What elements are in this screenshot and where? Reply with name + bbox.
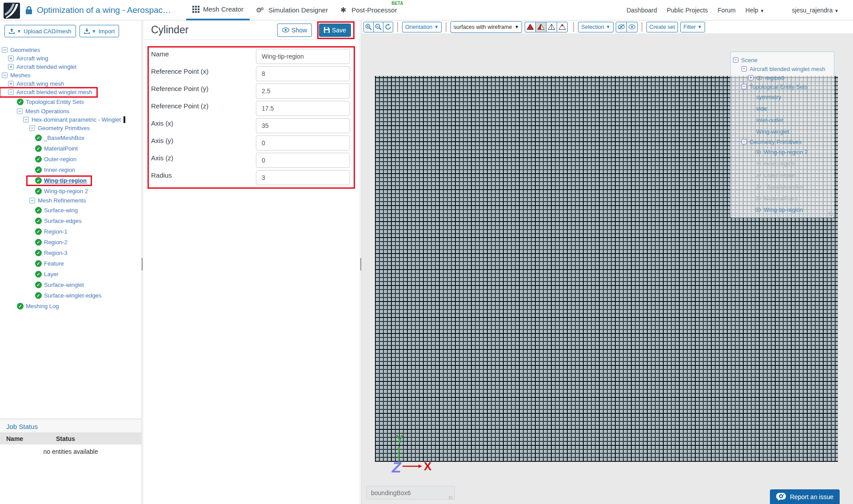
collapse-icon[interactable]: − — [741, 84, 747, 89]
scene-item-wing-tip-region-2[interactable]: Wing-tip-region 2 — [731, 146, 834, 158]
tree-item-aircraft-wing-mesh[interactable]: +Aircraft wing mesh — [0, 79, 141, 88]
tree-item-wing-tip-region[interactable]: ✓Wing-tip-region — [0, 175, 141, 186]
scene-item-inlet-outlet[interactable]: Inlet-outlet — [731, 114, 834, 126]
mesh-quality-toggle-1[interactable] — [525, 22, 536, 32]
mesh-quality-toggle-2[interactable] — [535, 22, 546, 32]
tree-item-outer-region[interactable]: ✓Outer-region — [0, 154, 141, 164]
upload-cad-button[interactable]: ▼ Upload CAD/mesh — [4, 25, 76, 37]
tree-item-inner-region[interactable]: ✓Inner-region — [0, 164, 141, 175]
user-menu[interactable]: sjesu_rajendra ▼ — [792, 7, 839, 14]
viewport-canvas[interactable]: −Scene−Aircraft blended winglet mesh+reg… — [362, 33, 853, 504]
mesh-quality-toggle-4[interactable] — [557, 22, 568, 32]
expand-icon[interactable]: + — [8, 81, 14, 87]
zoom-in-button[interactable] — [363, 22, 374, 32]
tab-mesh-creator[interactable]: Mesh Creator — [186, 0, 250, 20]
collapse-icon[interactable]: − — [23, 117, 29, 123]
scene-item-geometry-primitives[interactable]: −Geometry Primitives — [731, 137, 834, 146]
input-axis-x-[interactable] — [256, 118, 350, 133]
scene-item-wing-tip-region[interactable]: Wing-tip-region — [731, 204, 834, 215]
tree-item-materialpoint[interactable]: ✓MaterialPoint — [0, 143, 141, 154]
hide-selected-button[interactable] — [616, 22, 627, 32]
eye-icon[interactable] — [755, 208, 761, 212]
tree-item-geometry-primitives[interactable]: −Geometry Primitives — [0, 124, 141, 132]
input-reference-point-x-[interactable] — [256, 66, 350, 81]
collapse-icon[interactable]: − — [17, 108, 23, 114]
collapse-icon[interactable]: − — [29, 198, 35, 203]
save-button[interactable]: Save — [319, 24, 351, 37]
tree-item-surface-winglet[interactable]: ✓Surface-winglet — [0, 279, 141, 290]
tree-item-topological-entity-sets[interactable]: ✓Topological Entity Sets — [0, 96, 141, 107]
tree-item-meshes[interactable]: −Meshes — [0, 71, 141, 79]
collapse-icon[interactable]: − — [733, 57, 738, 63]
zoom-out-button[interactable] — [373, 22, 383, 32]
collapse-icon[interactable]: − — [741, 139, 747, 144]
eye-icon[interactable] — [756, 76, 762, 80]
selection-dropdown[interactable]: Selection▼ — [578, 22, 613, 32]
scene-item-materialpoint[interactable]: MaterialPoint — [731, 192, 834, 204]
scene-item-region0[interactable]: +region0 — [731, 73, 834, 82]
scene-item-symmetry[interactable]: symmetry — [731, 91, 834, 103]
expand-icon[interactable]: + — [8, 56, 14, 61]
scene-item-outer-region[interactable]: Outer-region — [731, 169, 834, 181]
tree-item-aircraft-wing[interactable]: +Aircraft wing — [0, 54, 141, 63]
resize-grip-icon[interactable] — [829, 212, 833, 216]
tree-item-meshing-log[interactable]: ✓Meshing Log — [0, 301, 141, 311]
scene-item-side[interactable]: side — [731, 103, 834, 114]
collapse-icon[interactable]: − — [29, 125, 35, 131]
expand-icon[interactable]: + — [748, 75, 753, 80]
nav-dashboard[interactable]: Dashboard — [626, 7, 657, 14]
show-selected-button[interactable] — [626, 22, 638, 32]
scene-item-scene[interactable]: −Scene — [731, 56, 834, 64]
scene-item-inner-region[interactable]: Inner-region — [731, 158, 834, 169]
eye-icon[interactable] — [755, 150, 761, 154]
tree-item-mesh-operations[interactable]: −Mesh Operations — [0, 107, 141, 115]
tab-post-processor[interactable]: ✱Post-ProcessorBETA — [334, 0, 403, 20]
eye-icon[interactable] — [755, 185, 761, 189]
scene-item-wing-winglet[interactable]: Wing-winglet — [731, 126, 834, 137]
scene-item-topological-entity-sets[interactable]: −Topological Entity Sets — [731, 82, 834, 91]
tree-item-aircraft-blended-winglet-mesh[interactable]: −Aircraft blended winglet mesh — [0, 88, 141, 96]
tree-item-feature[interactable]: ✓Feature — [0, 258, 141, 269]
collapse-icon[interactable]: − — [741, 66, 747, 71]
tree-item-aircraft-blended-winglet[interactable]: +Aircraft blended winglet — [0, 63, 141, 71]
nav-public-projects[interactable]: Public Projects — [667, 7, 708, 14]
tree-item-mesh-refinements[interactable]: −Mesh Refinements — [0, 196, 141, 205]
tree-item-layer[interactable]: ✓Layer — [0, 269, 141, 279]
tree-item--basemeshbox[interactable]: ✓_BaseMeshBox — [0, 132, 141, 143]
eye-icon[interactable] — [755, 162, 761, 166]
refresh-view-button[interactable] — [383, 22, 393, 32]
input-name[interactable] — [256, 49, 350, 64]
import-button[interactable]: ▼ Import — [80, 25, 120, 37]
tree-item-region-3[interactable]: ✓Region-3 — [0, 247, 141, 258]
scene-item--basemeshbox[interactable]: _BaseMeshBox — [731, 181, 834, 192]
collapse-icon[interactable]: − — [2, 47, 8, 53]
show-button[interactable]: Show — [277, 24, 312, 37]
input-reference-point-y-[interactable] — [256, 83, 350, 99]
orientation-dropdown[interactable]: Orientation▼ — [402, 22, 442, 32]
expand-icon[interactable]: + — [8, 64, 14, 70]
input-radius[interactable] — [256, 170, 350, 185]
collapse-icon[interactable]: − — [2, 72, 8, 78]
input-axis-z-[interactable] — [256, 153, 350, 168]
mesh-quality-toggle-3[interactable] — [546, 22, 557, 32]
tree-item-surface-wing[interactable]: ✓Surface-wing — [0, 205, 141, 215]
eye-icon[interactable] — [755, 173, 761, 177]
nav-forum[interactable]: Forum — [717, 7, 735, 14]
input-axis-y-[interactable] — [256, 135, 350, 151]
tree-item-region-1[interactable]: ✓Region-1 — [0, 226, 141, 237]
resize-grip-icon[interactable] — [449, 496, 453, 500]
create-set-button[interactable]: Create set — [646, 22, 678, 32]
nav-help[interactable]: Help ▼ — [745, 7, 765, 14]
tree-item-surface-winglet-edges[interactable]: ✓Surface-winglet-edges — [0, 290, 141, 301]
report-issue-button[interactable]: Report an issue — [770, 489, 840, 504]
render-mode-select[interactable]: surfaces with wireframe▼ — [450, 21, 522, 33]
tree-item-region-2[interactable]: ✓Region-2 — [0, 237, 141, 247]
tree-item-hex-dominant-parametric-winglet[interactable]: −Hex-dominant parametric - Winglet — [0, 115, 141, 124]
input-reference-point-z-[interactable] — [256, 101, 350, 116]
bounding-box-input[interactable] — [366, 486, 455, 500]
tree-item-wing-tip-region-2[interactable]: ✓Wing-tip-region 2 — [0, 186, 141, 196]
tree-item-surface-edges[interactable]: ✓Surface-edges — [0, 215, 141, 226]
eye-icon[interactable] — [755, 196, 761, 200]
filter-dropdown[interactable]: Filter▼ — [680, 22, 705, 32]
tree-item-geometries[interactable]: −Geometries — [0, 46, 141, 54]
